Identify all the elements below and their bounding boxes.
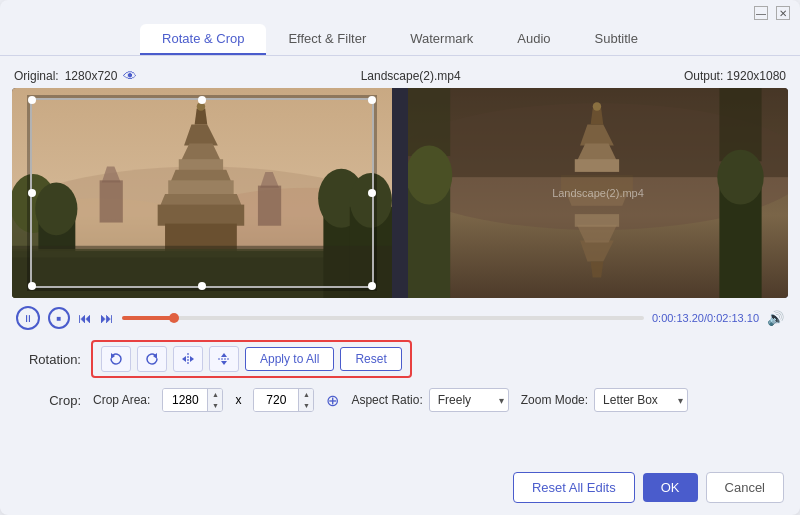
svg-point-41 — [408, 146, 452, 205]
main-window: — ✕ Rotate & Crop Effect & Filter Waterm… — [0, 0, 800, 515]
crop-area-label: Crop Area: — [93, 393, 150, 407]
original-label: Original: — [14, 69, 59, 83]
svg-marker-36 — [591, 262, 604, 278]
video-info-bar: Original: 1280x720 👁 Landscape(2).mp4 Ou… — [12, 64, 788, 88]
crop-width-input[interactable] — [163, 389, 207, 411]
rotate-cw-button[interactable] — [137, 346, 167, 372]
content-area: Original: 1280x720 👁 Landscape(2).mp4 Ou… — [0, 56, 800, 462]
stop-button[interactable]: ■ — [48, 307, 70, 329]
minimize-button[interactable]: — — [754, 6, 768, 20]
tab-subtitle[interactable]: Subtitle — [573, 24, 660, 55]
svg-marker-16 — [195, 109, 208, 125]
crop-width-input-group: ▲ ▼ — [162, 388, 223, 412]
skip-next-icon: ⏭ — [100, 310, 114, 326]
preview-right-filename: Landscape(2).mp4 — [552, 187, 644, 199]
crop-height-down[interactable]: ▼ — [299, 400, 313, 411]
tab-audio[interactable]: Audio — [495, 24, 572, 55]
preview-divider — [398, 88, 402, 298]
aspect-ratio-select[interactable]: Freely 16:9 4:3 1:1 9:16 — [429, 388, 509, 412]
flip-horizontal-button[interactable] — [173, 346, 203, 372]
output-info: Output: 1920x1080 — [684, 69, 786, 83]
zoom-mode-label: Zoom Mode: — [521, 393, 588, 407]
svg-point-17 — [197, 102, 205, 110]
progress-fill — [122, 316, 174, 320]
title-bar: — ✕ — [0, 0, 800, 20]
svg-marker-47 — [591, 109, 604, 125]
crop-width-up[interactable]: ▲ — [208, 389, 222, 400]
zoom-mode-select-wrap: Letter Box Pan & Scan Full — [594, 388, 688, 412]
crop-height-spinner: ▲ ▼ — [298, 389, 313, 411]
crop-width-down[interactable]: ▼ — [208, 400, 222, 411]
bottom-bar: Reset All Edits OK Cancel — [0, 462, 800, 515]
svg-point-27 — [350, 173, 392, 228]
progress-track[interactable] — [122, 316, 644, 320]
tab-bar: Rotate & Crop Effect & Filter Watermark … — [0, 20, 800, 56]
controls-section: Rotation: — [12, 334, 788, 418]
rotation-label: Rotation: — [16, 352, 81, 367]
svg-rect-19 — [100, 180, 123, 222]
svg-rect-28 — [12, 246, 392, 298]
stop-icon: ■ — [57, 314, 62, 323]
output-resolution: 1920x1080 — [727, 69, 786, 83]
filename-display: Landscape(2).mp4 — [361, 69, 461, 83]
svg-rect-33 — [575, 214, 619, 227]
video-preview-area: Landscape(2).mp4 — [12, 88, 788, 298]
original-resolution: 1280x720 — [65, 69, 118, 83]
rotation-buttons-box: Apply to All Reset — [91, 340, 412, 378]
skip-prev-icon: ⏮ — [78, 310, 92, 326]
video-info-left: Original: 1280x720 👁 — [14, 68, 137, 84]
skip-next-button[interactable]: ⏭ — [100, 310, 114, 326]
progress-thumb[interactable] — [169, 313, 179, 323]
svg-rect-14 — [158, 205, 245, 226]
crop-height-up[interactable]: ▲ — [299, 389, 313, 400]
svg-marker-56 — [221, 361, 227, 365]
pause-icon: ⏸ — [23, 313, 33, 324]
tab-effect-filter[interactable]: Effect & Filter — [266, 24, 388, 55]
svg-rect-46 — [575, 159, 619, 172]
crop-label: Crop: — [16, 393, 81, 408]
svg-point-48 — [593, 102, 601, 110]
flip-vertical-button[interactable] — [209, 346, 239, 372]
time-display: 0:00:13.20/0:02:13.10 — [652, 312, 759, 324]
reset-all-edits-button[interactable]: Reset All Edits — [513, 472, 635, 503]
crop-row: Crop: Crop Area: ▲ ▼ x ▲ ▼ — [16, 388, 784, 412]
rotation-reset-button[interactable]: Reset — [340, 347, 401, 371]
close-icon: ✕ — [779, 8, 787, 19]
svg-marker-52 — [182, 356, 186, 362]
zoom-mode-group: Zoom Mode: Letter Box Pan & Scan Full — [521, 388, 688, 412]
temple-scene-left — [12, 88, 392, 298]
volume-icon[interactable]: 🔊 — [767, 310, 784, 326]
rotate-ccw-button[interactable] — [101, 346, 131, 372]
output-label: Output: — [684, 69, 723, 83]
apply-all-button[interactable]: Apply to All — [245, 347, 334, 371]
tab-watermark[interactable]: Watermark — [388, 24, 495, 55]
close-button[interactable]: ✕ — [776, 6, 790, 20]
zoom-mode-select[interactable]: Letter Box Pan & Scan Full — [594, 388, 688, 412]
crosshair-icon[interactable]: ⊕ — [326, 391, 339, 410]
ok-button[interactable]: OK — [643, 473, 698, 502]
aspect-ratio-select-wrap: Freely 16:9 4:3 1:1 9:16 — [429, 388, 509, 412]
preview-left — [12, 88, 392, 298]
svg-marker-55 — [221, 353, 227, 357]
cancel-button[interactable]: Cancel — [706, 472, 784, 503]
eye-icon[interactable]: 👁 — [123, 68, 137, 84]
aspect-ratio-label: Aspect Ratio: — [351, 393, 422, 407]
playback-bar: ⏸ ■ ⏮ ⏭ 0:00:13.20/0:02:13.10 🔊 — [12, 298, 788, 334]
pause-button[interactable]: ⏸ — [16, 306, 40, 330]
svg-point-7 — [35, 182, 77, 235]
skip-prev-button[interactable]: ⏮ — [78, 310, 92, 326]
crop-height-input-group: ▲ ▼ — [253, 388, 314, 412]
minimize-icon: — — [756, 8, 766, 19]
svg-point-43 — [717, 150, 763, 205]
tab-rotate-crop[interactable]: Rotate & Crop — [140, 24, 266, 55]
rotation-row: Rotation: — [16, 340, 784, 378]
preview-right: Landscape(2).mp4 — [408, 88, 788, 298]
svg-rect-12 — [168, 180, 233, 196]
aspect-ratio-group: Aspect Ratio: Freely 16:9 4:3 1:1 9:16 — [351, 388, 508, 412]
svg-marker-53 — [190, 356, 194, 362]
crop-height-input[interactable] — [254, 389, 298, 411]
svg-rect-21 — [258, 186, 281, 226]
crop-width-spinner: ▲ ▼ — [207, 389, 222, 411]
times-symbol: x — [235, 393, 241, 407]
